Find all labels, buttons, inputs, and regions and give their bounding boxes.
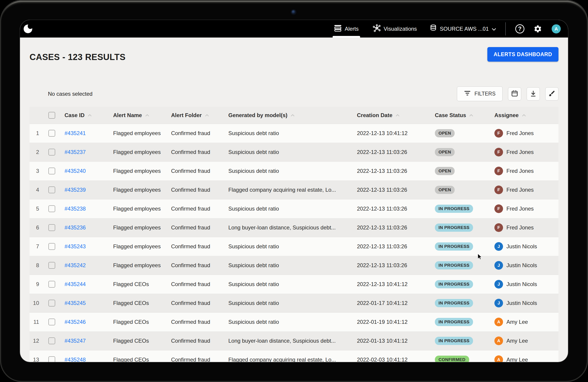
assignee-name: Justin Nicols — [506, 300, 537, 306]
case-id-link[interactable]: #435242 — [64, 262, 86, 268]
row-checkbox[interactable] — [48, 224, 55, 231]
case-id-link[interactable]: #435236 — [64, 225, 86, 231]
table-row[interactable]: 7 #435243 Flagged employees Confirmed fr… — [30, 237, 558, 256]
sort-caret-icon[interactable] — [145, 114, 149, 117]
table-row[interactable]: 4 #435239 Flagged employees Confirmed fr… — [30, 180, 558, 200]
assignee-name: Justin Nicols — [506, 281, 537, 287]
case-id-cell: #435241 — [61, 130, 110, 136]
row-checkbox[interactable] — [48, 168, 55, 174]
status-cell: OPEN — [432, 129, 491, 137]
case-id-link[interactable]: #435245 — [64, 300, 86, 306]
assignee-name: Fred Jones — [506, 187, 534, 193]
table-row[interactable]: 11 #435246 Flagged CEOs Confirmed fraud … — [30, 313, 558, 332]
user-avatar[interactable]: A — [552, 24, 561, 33]
creation-date-cell: 2022-12-13 11:03:26 — [354, 168, 432, 174]
assignee-name: Fred Jones — [506, 149, 534, 155]
alert-folder-cell: Confirmed fraud — [168, 243, 225, 250]
creation-date-cell: 2022-12-13 11:03:26 — [354, 205, 432, 212]
row-checkbox[interactable] — [48, 243, 55, 250]
table-row[interactable]: 3 #435240 Flagged employees Confirmed fr… — [30, 162, 558, 180]
row-checkbox-cell — [42, 205, 61, 212]
table-row[interactable]: 8 #435242 Flagged employees Confirmed fr… — [30, 256, 558, 275]
help-icon[interactable] — [515, 24, 525, 33]
sort-caret-icon[interactable] — [205, 114, 209, 117]
models-cell: Suspicious debt ratio — [225, 300, 354, 306]
status-badge: IN PROGRESS — [435, 337, 473, 345]
sort-caret-icon[interactable] — [291, 114, 295, 117]
alert-name-cell: Flagged CEOs — [110, 338, 168, 344]
settings-gear-icon[interactable] — [533, 24, 542, 33]
assignee-avatar: A — [494, 337, 503, 345]
creation-date-cell: 2022-12-13 10:41:12 — [354, 130, 432, 136]
app-logo-icon — [24, 24, 32, 33]
brush-button[interactable] — [545, 87, 558, 100]
sort-caret-icon[interactable] — [469, 114, 473, 117]
case-id-link[interactable]: #435243 — [64, 243, 86, 249]
table-row[interactable]: 12 #435247 Flagged CEOs Confirmed fraud … — [30, 332, 558, 350]
row-checkbox[interactable] — [48, 337, 55, 344]
creation-date-cell: 2022-12-13 11:03:26 — [354, 243, 432, 250]
alert-folder-cell: Confirmed fraud — [168, 338, 225, 344]
row-checkbox[interactable] — [48, 130, 55, 137]
case-id-link[interactable]: #435248 — [64, 357, 86, 362]
table-row[interactable]: 9 #435244 Flagged CEOs Confirmed fraud S… — [30, 275, 558, 294]
filters-button-label: FILTERS — [474, 91, 496, 97]
header-alert-folder: Alert Folder — [168, 112, 225, 118]
assignee-avatar: J — [494, 280, 503, 289]
row-checkbox[interactable] — [48, 205, 55, 212]
table-row[interactable]: 6 #435236 Flagged employees Confirmed fr… — [30, 218, 558, 237]
tab-alerts[interactable]: Alerts — [333, 20, 360, 38]
models-cell: Suspicious debt ratio — [225, 243, 354, 250]
source-selector[interactable]: SOURCE AWS ...01 — [430, 24, 496, 33]
network-graph-icon — [373, 24, 381, 33]
assignee-cell: AAmy Lee — [491, 355, 558, 362]
status-cell: OPEN — [432, 148, 491, 156]
case-id-link[interactable]: #435247 — [64, 338, 86, 344]
case-id-link[interactable]: #435239 — [64, 187, 86, 193]
row-checkbox[interactable] — [48, 262, 55, 269]
case-id-link[interactable]: #435238 — [64, 205, 86, 212]
download-icon — [530, 90, 537, 98]
table-row[interactable]: 10 #435245 Flagged CEOs Confirmed fraud … — [30, 294, 558, 313]
row-checkbox[interactable] — [48, 300, 55, 307]
sort-caret-icon[interactable] — [396, 114, 400, 117]
row-checkbox[interactable] — [48, 356, 55, 362]
alerts-dashboard-button[interactable]: ALERTS DASHBOARD — [487, 47, 559, 62]
row-checkbox[interactable] — [48, 281, 55, 288]
row-checkbox[interactable] — [48, 318, 55, 325]
sort-caret-icon[interactable] — [88, 114, 92, 117]
header-checkbox-cell — [42, 112, 61, 119]
table-row[interactable]: 2 #435237 Flagged employees Confirmed fr… — [30, 143, 558, 162]
alert-name-cell: Flagged employees — [110, 225, 168, 231]
assignee-avatar: F — [494, 129, 503, 137]
tab-visualizations[interactable]: Visualizations — [372, 20, 418, 38]
alert-name-cell: Flagged employees — [110, 262, 168, 269]
alert-name-cell: Flagged employees — [110, 168, 168, 174]
row-checkbox-cell — [42, 130, 61, 137]
download-button[interactable] — [527, 87, 540, 100]
case-id-link[interactable]: #435244 — [64, 281, 86, 287]
status-cell: IN PROGRESS — [432, 299, 491, 307]
row-checkbox[interactable] — [48, 149, 55, 156]
alert-folder-cell: Confirmed fraud — [168, 149, 225, 155]
case-id-link[interactable]: #435241 — [64, 130, 86, 136]
table-row[interactable]: 13 #435248 Flagged CEOs Confirmed fraud … — [30, 350, 558, 362]
sort-caret-icon[interactable] — [522, 114, 526, 117]
case-id-link[interactable]: #435246 — [64, 319, 86, 325]
status-badge: OPEN — [435, 186, 455, 194]
row-checkbox-cell — [42, 168, 61, 174]
case-id-link[interactable]: #435237 — [64, 149, 86, 155]
nav-divider — [505, 22, 506, 35]
case-id-cell: #435244 — [61, 281, 110, 287]
row-checkbox[interactable] — [48, 186, 55, 193]
case-id-link[interactable]: #435240 — [64, 168, 86, 174]
table-row[interactable]: 5 #435238 Flagged employees Confirmed fr… — [30, 200, 558, 218]
table-row[interactable]: 1 #435241 Flagged employees Confirmed fr… — [30, 124, 558, 143]
select-all-checkbox[interactable] — [48, 112, 55, 119]
status-badge: IN PROGRESS — [435, 280, 473, 288]
assignee-avatar: F — [494, 204, 503, 213]
filters-button[interactable]: FILTERS — [457, 86, 503, 101]
row-checkbox-cell — [42, 224, 61, 231]
row-number: 6 — [30, 225, 42, 231]
calendar-button[interactable] — [508, 87, 521, 100]
